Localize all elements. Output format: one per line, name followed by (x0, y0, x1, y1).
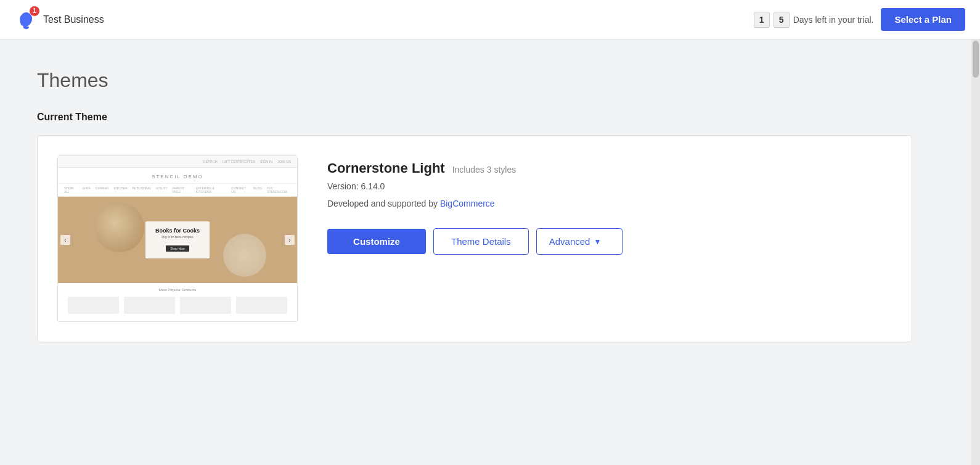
theme-details-button[interactable]: Theme Details (433, 228, 529, 255)
theme-developer: Developed and supported by BigCommerce (327, 199, 892, 208)
header: 1 Test Business 1 5 Days left in your tr… (0, 0, 980, 39)
preview-hero-title: Books for Cooks (155, 228, 200, 234)
chevron-down-icon: ▼ (594, 237, 601, 246)
logo-icon: 1 (15, 9, 37, 31)
preview-hero: Books for Cooks Dig in to best recipes S… (58, 197, 297, 283)
preview-hero-cta: Shop Now (166, 245, 189, 252)
main-content: Themes Current Theme SEARCH GIFT CERTIFI… (0, 39, 962, 379)
preview-logo-text: STENCIL DEMO (58, 174, 297, 179)
preview-product-4 (236, 297, 287, 314)
preview-products-title: Most Popular Products (58, 283, 297, 294)
developer-link[interactable]: BigCommerce (440, 199, 495, 208)
trial-label: Days left in your trial. (793, 15, 874, 25)
advanced-button[interactable]: Advanced ▼ (536, 228, 623, 255)
select-plan-button[interactable]: Select a Plan (881, 8, 965, 31)
notification-badge: 1 (30, 6, 39, 16)
hero-food-decoration (95, 203, 144, 252)
preview-logo-area: STENCIL DEMO (58, 168, 297, 184)
header-right: 1 5 Days left in your trial. Select a Pl… (754, 8, 965, 31)
theme-preview: SEARCH GIFT CERTIFICATES SIGN IN JOIN US… (57, 155, 298, 322)
theme-actions: Customize Theme Details Advanced ▼ (327, 228, 892, 255)
trial-digit-2: 5 (774, 12, 790, 28)
preview-product-3 (180, 297, 231, 314)
preview-top-bar: SEARCH GIFT CERTIFICATES SIGN IN JOIN US (58, 156, 297, 168)
theme-info: Cornerstone Light Includes 3 styles Vers… (327, 155, 892, 255)
theme-version: Version: 6.14.0 (327, 181, 892, 191)
developer-prefix: Developed and supported by (327, 199, 440, 208)
theme-name-row: Cornerstone Light Includes 3 styles (327, 160, 892, 176)
page-title: Themes (37, 69, 925, 92)
theme-styles: Includes 3 styles (452, 165, 517, 175)
trial-digit-1: 1 (754, 12, 770, 28)
advanced-label: Advanced (549, 236, 590, 247)
preview-hero-overlay: Books for Cooks Dig in to best recipes S… (145, 221, 210, 258)
theme-card: SEARCH GIFT CERTIFICATES SIGN IN JOIN US… (37, 135, 912, 342)
theme-name: Cornerstone Light (327, 160, 445, 176)
scrollbar-thumb[interactable] (973, 41, 979, 78)
current-theme-label: Current Theme (37, 112, 925, 123)
preview-arrow-left[interactable]: ‹ (60, 235, 70, 245)
preview-product-1 (68, 297, 119, 314)
preview-hero-sub: Dig in to best recipes (155, 235, 200, 239)
header-left: 1 Test Business (15, 9, 104, 31)
hero-plate-decoration (223, 234, 266, 277)
business-name: Test Business (43, 14, 104, 25)
preview-menu: SHOW ALL DATA CORNER KITCHEN PUBLISHING … (58, 184, 297, 197)
preview-search-bar: SEARCH GIFT CERTIFICATES SIGN IN JOIN US (203, 160, 291, 163)
preview-products-row (58, 294, 297, 321)
customize-button[interactable]: Customize (327, 229, 426, 254)
trial-info: 1 5 Days left in your trial. (754, 12, 874, 28)
preview-product-2 (124, 297, 175, 314)
scrollbar[interactable] (971, 39, 980, 465)
preview-arrow-right[interactable]: › (285, 235, 295, 245)
